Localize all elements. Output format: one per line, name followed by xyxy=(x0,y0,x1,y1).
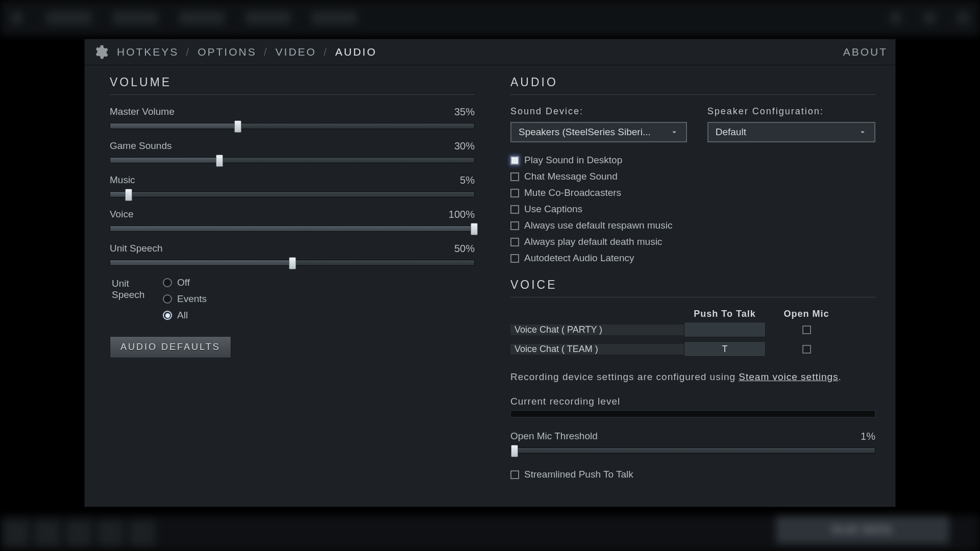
voice-col-push: Push To Talk xyxy=(684,309,766,319)
volume-slider[interactable] xyxy=(110,260,475,266)
play-dota-button-blurred: PLAY DOTA xyxy=(776,516,949,544)
radio-icon xyxy=(163,278,172,287)
volume-slider[interactable] xyxy=(110,123,475,129)
speaker-config-value: Default xyxy=(716,127,746,138)
radio-label: All xyxy=(177,310,188,321)
voice-openmic-checkbox[interactable] xyxy=(802,345,811,354)
audio-checkbox[interactable]: Always play default death music xyxy=(510,236,875,247)
slider-label: Unit Speech xyxy=(110,243,163,255)
recording-level-meter xyxy=(510,410,875,417)
voice-row-label: Voice Chat ( PARTY ) xyxy=(510,324,684,335)
voice-col-open: Open Mic xyxy=(766,309,847,319)
checkbox-label: Always use default respawn music xyxy=(524,220,672,231)
volume-slider[interactable] xyxy=(110,191,475,197)
checkbox-label: Mute Co-Broadcasters xyxy=(524,187,621,198)
audio-checkbox[interactable]: Chat Message Sound xyxy=(510,171,875,182)
tab-about[interactable]: ABOUT xyxy=(843,46,888,58)
threshold-value: 1% xyxy=(861,431,875,442)
checkbox-label: Play Sound in Desktop xyxy=(524,155,622,166)
voice-row-label: Voice Chat ( TEAM ) xyxy=(510,344,684,355)
unit-speech-radio-off[interactable]: Off xyxy=(163,277,207,288)
tab-hotkeys[interactable]: HOTKEYS xyxy=(117,46,179,58)
audio-title: AUDIO xyxy=(510,76,875,89)
checkbox-icon xyxy=(510,172,519,181)
chevron-down-icon xyxy=(858,128,867,137)
checkbox-label: Chat Message Sound xyxy=(524,171,618,182)
audio-checkbox[interactable]: Autodetect Audio Latency xyxy=(510,253,875,264)
voice-openmic-checkbox[interactable] xyxy=(802,325,811,334)
checkbox-icon xyxy=(510,254,519,263)
checkbox-label: Use Captions xyxy=(524,204,582,215)
speaker-config-label: Speaker Configuration: xyxy=(707,106,875,117)
audio-checkbox[interactable]: Mute Co-Broadcasters xyxy=(510,187,875,198)
audio-column: AUDIO Sound Device: Speakers (SteelSerie… xyxy=(505,65,896,507)
checkbox-label: Always play default death music xyxy=(524,236,662,247)
checkbox-icon xyxy=(510,156,519,165)
voice-push-keybind[interactable]: T xyxy=(684,341,766,357)
radio-icon xyxy=(163,311,172,320)
volume-slider[interactable] xyxy=(110,157,475,163)
checkbox-icon xyxy=(510,221,519,230)
unit-speech-radio-label: Unit Speech xyxy=(112,277,163,321)
chevron-down-icon xyxy=(670,128,679,137)
radio-label: Events xyxy=(177,293,207,305)
unit-speech-radio-all[interactable]: All xyxy=(163,310,207,321)
volume-slider[interactable] xyxy=(110,226,475,232)
audio-defaults-button[interactable]: AUDIO DEFAULTS xyxy=(110,336,231,358)
voice-push-keybind[interactable] xyxy=(684,322,766,337)
audio-checkbox[interactable]: Always use default respawn music xyxy=(510,220,875,231)
checkbox-icon xyxy=(510,470,519,479)
checkbox-label: Autodetect Audio Latency xyxy=(524,253,634,264)
threshold-slider[interactable] xyxy=(510,447,875,454)
threshold-label: Open Mic Threshold xyxy=(510,431,598,442)
voice-hint: Recording device settings are configured… xyxy=(510,371,875,383)
streamlined-ptt-checkbox[interactable]: Streamlined Push To Talk xyxy=(510,469,875,480)
tab-video[interactable]: VIDEO xyxy=(276,46,316,58)
sound-device-value: Speakers (SteelSeries Siberi... xyxy=(519,127,651,138)
checkbox-icon xyxy=(510,205,519,214)
slider-value: 35% xyxy=(454,106,475,118)
sound-device-label: Sound Device: xyxy=(510,106,687,117)
settings-tabs: HOTKEYS/ OPTIONS/ VIDEO/ AUDIO ABOUT xyxy=(84,39,896,65)
slider-label: Voice xyxy=(110,209,133,220)
unit-speech-radio-group: Unit Speech OffEventsAll xyxy=(112,277,475,321)
slider-value: 30% xyxy=(454,140,475,152)
radio-label: Off xyxy=(177,277,190,288)
slider-label: Music xyxy=(110,174,135,186)
game-topbar-blurred xyxy=(0,0,980,36)
voice-title: VOICE xyxy=(510,278,875,292)
settings-panel: HOTKEYS/ OPTIONS/ VIDEO/ AUDIO ABOUT VOL… xyxy=(84,39,896,507)
audio-checkbox[interactable]: Use Captions xyxy=(510,204,875,215)
slider-value: 5% xyxy=(460,174,475,186)
gear-icon xyxy=(92,44,109,60)
tab-options[interactable]: OPTIONS xyxy=(198,46,257,58)
radio-icon xyxy=(163,294,172,304)
slider-value: 100% xyxy=(449,209,475,220)
volume-column: VOLUME Master Volume35%Game Sounds30%Mus… xyxy=(84,65,505,507)
audio-checkbox[interactable]: Play Sound in Desktop xyxy=(510,155,875,166)
checkbox-icon xyxy=(510,238,519,246)
tab-audio[interactable]: AUDIO xyxy=(335,46,377,58)
checkbox-icon xyxy=(510,189,519,197)
slider-value: 50% xyxy=(454,243,475,255)
sound-device-select[interactable]: Speakers (SteelSeries Siberi... xyxy=(510,122,687,142)
steam-voice-settings-link[interactable]: Steam voice settings xyxy=(739,371,838,382)
slider-label: Game Sounds xyxy=(110,140,172,152)
unit-speech-radio-events[interactable]: Events xyxy=(163,293,207,305)
speaker-config-select[interactable]: Default xyxy=(707,122,875,142)
volume-title: VOLUME xyxy=(110,76,475,89)
recording-level-label: Current recording level xyxy=(510,396,875,407)
slider-label: Master Volume xyxy=(110,106,175,118)
streamlined-ptt-label: Streamlined Push To Talk xyxy=(524,469,633,480)
